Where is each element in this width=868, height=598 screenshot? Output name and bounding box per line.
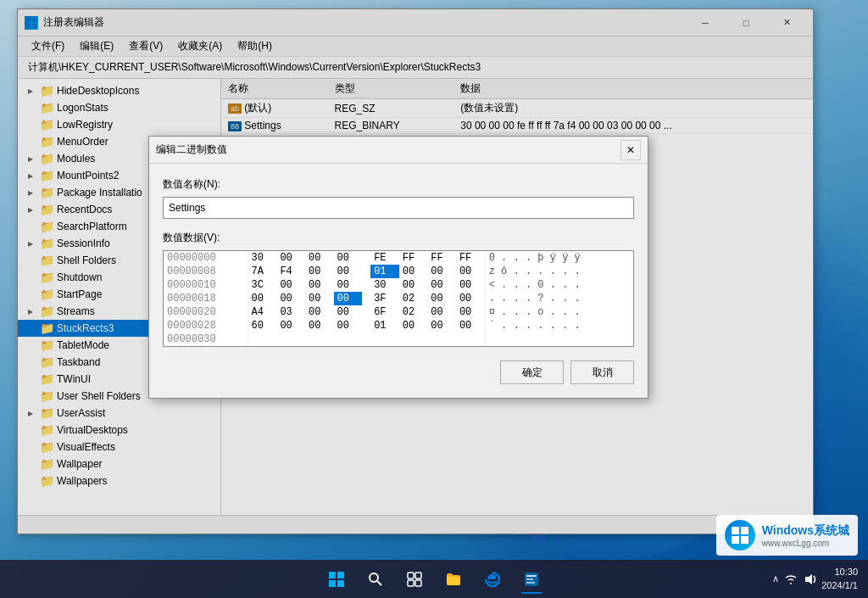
folder-icon: 📁 bbox=[40, 440, 53, 454]
brand-badge: Windows系统城 www.wxcLgg.com bbox=[716, 515, 858, 556]
menu-help[interactable]: 帮助(H) bbox=[231, 37, 279, 55]
folder-icon: 📁 bbox=[40, 152, 53, 165]
hex-byte[interactable]: 00 bbox=[248, 292, 276, 305]
hex-byte[interactable]: 00 bbox=[305, 292, 334, 305]
hex-byte[interactable]: 00 bbox=[334, 319, 363, 333]
hex-byte[interactable]: 6F bbox=[370, 305, 399, 319]
dialog-close-button[interactable]: ✕ bbox=[620, 140, 641, 160]
hex-byte[interactable]: 00 bbox=[456, 292, 485, 305]
name-input[interactable] bbox=[163, 197, 634, 219]
tree-item-userassist[interactable]: ▶ 📁 UserAssist bbox=[18, 405, 220, 422]
folder-icon: 📁 bbox=[40, 186, 53, 199]
tree-item-wallpaper[interactable]: 📁 Wallpaper bbox=[18, 455, 220, 472]
tree-item-hidedesktopicons[interactable]: ▶ 📁 HideDesktopIcons bbox=[18, 82, 220, 99]
taskview-button[interactable] bbox=[398, 563, 431, 595]
tree-item-wallpapers[interactable]: 📁 Wallpapers bbox=[18, 472, 220, 489]
regedit-taskbar-button[interactable] bbox=[515, 563, 548, 595]
hex-byte[interactable]: 30 bbox=[248, 251, 276, 265]
menu-favorites[interactable]: 收藏夹(A) bbox=[171, 37, 229, 55]
hex-byte[interactable]: A4 bbox=[248, 305, 276, 319]
folder-icon: 📁 bbox=[40, 389, 53, 403]
svg-rect-15 bbox=[526, 575, 537, 577]
menu-edit[interactable]: 编辑(E) bbox=[73, 37, 120, 55]
minimize-button[interactable]: ─ bbox=[686, 13, 725, 33]
hex-byte[interactable]: 00 bbox=[276, 251, 305, 265]
dialog-title-bar: 编辑二进制数值 ✕ bbox=[149, 137, 648, 164]
hex-byte[interactable]: 00 bbox=[456, 305, 485, 319]
hex-byte[interactable]: FF bbox=[427, 251, 456, 265]
hex-address: 00000008 bbox=[164, 265, 248, 278]
hex-byte[interactable]: F4 bbox=[276, 265, 305, 278]
value-type-cell: REG_SZ bbox=[328, 99, 454, 118]
hex-byte[interactable]: FF bbox=[399, 251, 428, 265]
tree-item-visualeffects[interactable]: 📁 VisualEffects bbox=[18, 439, 220, 455]
windows-brand-icon bbox=[730, 525, 750, 545]
folder-icon: 📁 bbox=[40, 355, 53, 369]
hex-byte[interactable]: FE bbox=[370, 251, 399, 265]
hex-ascii: ¤ . . . o . . . bbox=[485, 305, 633, 319]
binary-value-icon: 88 bbox=[228, 121, 242, 131]
hex-byte[interactable]: 02 bbox=[399, 305, 428, 319]
hex-byte[interactable]: FF bbox=[456, 251, 485, 265]
hex-byte[interactable]: 00 bbox=[456, 265, 485, 278]
hex-byte[interactable]: 7A bbox=[248, 265, 276, 278]
hex-byte[interactable]: 00 bbox=[305, 278, 334, 292]
hex-byte[interactable]: 00 bbox=[399, 265, 428, 278]
window-controls: ─ □ ✕ bbox=[686, 13, 806, 33]
hex-byte[interactable]: 30 bbox=[370, 278, 399, 292]
hex-byte[interactable]: 00 bbox=[334, 265, 363, 278]
hex-spacer bbox=[362, 278, 370, 292]
hex-byte[interactable]: 00 bbox=[456, 278, 485, 292]
hex-byte[interactable]: 00 bbox=[276, 278, 305, 292]
hex-byte[interactable]: 00 bbox=[399, 278, 428, 292]
table-row[interactable]: 88 Settings REG_BINARY 30 00 00 00 fe ff… bbox=[221, 118, 813, 134]
tree-item-lowregistry[interactable]: 📁 LowRegistry bbox=[18, 116, 220, 133]
hex-byte[interactable]: 00 bbox=[427, 305, 456, 319]
hex-byte[interactable]: 00 bbox=[399, 319, 428, 333]
hex-byte[interactable]: 00 bbox=[427, 265, 456, 278]
hex-byte[interactable]: 00 bbox=[305, 265, 334, 278]
hex-byte[interactable]: 01 bbox=[370, 319, 399, 333]
cancel-button[interactable]: 取消 bbox=[570, 360, 634, 384]
search-button[interactable] bbox=[359, 563, 392, 595]
edge-button[interactable] bbox=[476, 563, 509, 595]
hex-byte[interactable]: 00 bbox=[334, 251, 363, 265]
status-bar bbox=[18, 515, 813, 534]
hex-byte[interactable]: 3C bbox=[248, 278, 276, 292]
explorer-button[interactable] bbox=[437, 563, 470, 595]
svg-rect-4 bbox=[329, 572, 336, 578]
maximize-button[interactable]: □ bbox=[726, 13, 765, 33]
hex-byte[interactable]: 00 bbox=[276, 319, 305, 333]
hex-byte[interactable]: 02 bbox=[399, 292, 428, 305]
hex-byte[interactable]: 00 bbox=[276, 292, 305, 305]
hex-byte[interactable]: 00 bbox=[334, 305, 363, 319]
hex-byte[interactable]: 00 bbox=[305, 251, 334, 265]
hex-byte[interactable]: 3F bbox=[370, 292, 399, 305]
folder-icon: 📁 bbox=[40, 254, 53, 267]
folder-icon: 📁 bbox=[40, 203, 53, 216]
system-tray: ∧ 10:30 2024/1/1 bbox=[772, 566, 858, 592]
hex-byte[interactable]: 00 bbox=[305, 305, 334, 319]
tree-item-logonstats[interactable]: 📁 LogonStats bbox=[18, 99, 220, 116]
hex-byte[interactable]: 00 bbox=[427, 319, 456, 333]
hex-byte[interactable]: 01 bbox=[370, 265, 399, 278]
start-button[interactable] bbox=[320, 563, 353, 595]
svg-rect-16 bbox=[526, 578, 533, 580]
menu-file[interactable]: 文件(F) bbox=[25, 37, 71, 55]
tray-arrow[interactable]: ∧ bbox=[772, 573, 779, 584]
hex-editor[interactable]: 0000000030000000FEFFFFFF0 . . . þ ÿ ÿ ÿ0… bbox=[163, 250, 634, 347]
hex-byte[interactable]: 00 bbox=[334, 292, 363, 305]
tree-item-virtualdesktops[interactable]: 📁 VirtualDesktops bbox=[18, 422, 220, 439]
table-row[interactable]: ab (默认) REG_SZ (数值未设置) bbox=[221, 99, 813, 118]
hex-byte[interactable]: 00 bbox=[334, 278, 363, 292]
hex-byte[interactable]: 00 bbox=[456, 319, 485, 333]
hex-byte[interactable]: 00 bbox=[305, 319, 334, 333]
hex-byte[interactable]: 60 bbox=[248, 319, 276, 333]
close-button[interactable]: ✕ bbox=[767, 13, 806, 33]
hex-byte[interactable]: 00 bbox=[427, 292, 456, 305]
hex-byte[interactable]: 03 bbox=[276, 305, 305, 319]
ok-button[interactable]: 确定 bbox=[500, 360, 564, 384]
hex-byte[interactable]: 00 bbox=[427, 278, 456, 292]
menu-view[interactable]: 查看(V) bbox=[122, 37, 170, 55]
folder-icon: 📁 bbox=[40, 288, 53, 301]
